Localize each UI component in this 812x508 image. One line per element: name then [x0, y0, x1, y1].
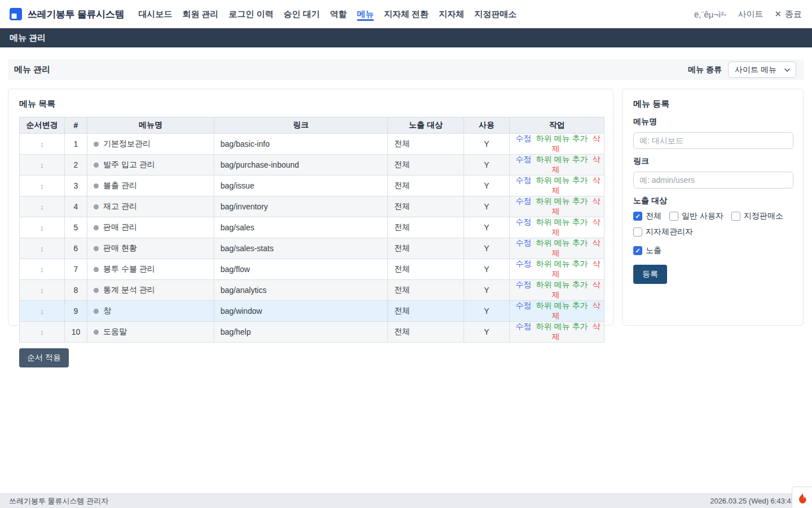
cell-no: 2	[65, 155, 87, 176]
add-submenu-link[interactable]: 하위 메뉴 추가	[536, 259, 588, 268]
cell-actions: 수정하위 메뉴 추가삭제	[510, 238, 604, 259]
table-row[interactable]: ↕3불출 관리bag/issue전체Y수정하위 메뉴 추가삭제	[20, 176, 604, 196]
edit-link[interactable]: 수정	[516, 301, 532, 310]
cell-link: bag/inventory	[214, 196, 388, 217]
table-row[interactable]: ↕9창bag/window전체Y수정하위 메뉴 추가삭제	[20, 301, 604, 322]
app-logo-icon	[9, 7, 23, 21]
menu-name-text: 기본정보관리	[103, 139, 151, 148]
nav-item-3[interactable]: 로그인 이력	[229, 0, 273, 28]
edit-link[interactable]: 수정	[516, 238, 532, 247]
brand[interactable]: 쓰레기봉투 물류시스템	[9, 7, 124, 21]
site-link[interactable]: 사이트	[738, 9, 763, 20]
drag-handle-icon[interactable]: ↕	[40, 328, 44, 336]
add-submenu-link[interactable]: 하위 메뉴 추가	[536, 238, 588, 247]
table-row[interactable]: ↕1기본정보관리bag/basic-info전체Y수정하위 메뉴 추가삭제	[20, 134, 604, 155]
edit-link[interactable]: 수정	[516, 259, 532, 268]
nav-item-9[interactable]: 지정판매소	[474, 0, 517, 28]
cell-name: 창	[87, 301, 214, 322]
menu-link-input[interactable]	[633, 172, 793, 189]
add-submenu-link[interactable]: 하위 메뉴 추가	[536, 301, 588, 310]
quit-button[interactable]: ✕ 종료	[774, 9, 802, 20]
nav-item-1[interactable]: 대시보드	[138, 0, 172, 28]
menu-name-text: 봉투 수불 관리	[103, 264, 155, 273]
drag-handle-icon[interactable]: ↕	[40, 161, 44, 169]
add-submenu-link[interactable]: 하위 메뉴 추가	[536, 217, 588, 226]
column-header: 작업	[510, 117, 604, 134]
nav-item-7[interactable]: 지자체 전환	[384, 0, 429, 28]
cell-order: ↕	[20, 134, 65, 155]
table-row[interactable]: ↕4재고 관리bag/inventory전체Y수정하위 메뉴 추가삭제	[20, 196, 604, 217]
user-name-label: ë,¨êµ¬ì²-	[694, 10, 726, 19]
column-header: #	[65, 117, 87, 134]
menu-name-input[interactable]	[633, 132, 793, 149]
drag-handle-icon[interactable]: ↕	[40, 244, 44, 253]
drag-handle-icon[interactable]: ↕	[40, 224, 44, 232]
menu-bullet-icon	[94, 204, 99, 209]
visible-checkbox[interactable]: 노출	[633, 246, 661, 256]
menu-name-text: 판매 현황	[103, 243, 137, 252]
cell-use: Y	[464, 280, 510, 301]
target-checkbox-4[interactable]: 지자체관리자	[633, 227, 693, 237]
nav-item-4[interactable]: 승인 대기	[284, 0, 320, 28]
checkbox-label: 전체	[646, 211, 661, 221]
checkbox-label: 지정판매소	[744, 211, 783, 221]
cell-no: 8	[65, 280, 87, 301]
cell-link: bag/flow	[214, 259, 388, 280]
debug-toolbar-button[interactable]	[792, 487, 812, 508]
cell-use: Y	[464, 322, 510, 343]
edit-link[interactable]: 수정	[516, 176, 532, 185]
add-submenu-link[interactable]: 하위 메뉴 추가	[536, 155, 588, 164]
column-header: 링크	[214, 117, 388, 134]
target-checkbox-1[interactable]: 전체	[633, 211, 661, 221]
nav-item-8[interactable]: 지자체	[439, 0, 464, 28]
nav-item-6[interactable]: 메뉴	[357, 0, 374, 28]
cell-no: 10	[65, 322, 87, 343]
app-title: 쓰레기봉투 물류시스템	[28, 8, 124, 21]
table-row[interactable]: ↕2발주 입고 관리bag/purchase-inbound전체Y수정하위 메뉴…	[20, 155, 604, 176]
menu-type-value: 사이트 메뉴	[735, 65, 776, 75]
drag-handle-icon[interactable]: ↕	[40, 140, 44, 148]
column-header: 메뉴명	[87, 117, 214, 134]
add-submenu-link[interactable]: 하위 메뉴 추가	[536, 176, 588, 185]
cell-actions: 수정하위 메뉴 추가삭제	[510, 301, 604, 322]
menu-bullet-icon	[94, 183, 99, 189]
add-submenu-link[interactable]: 하위 메뉴 추가	[536, 134, 588, 143]
edit-link[interactable]: 수정	[516, 155, 532, 164]
drag-handle-icon[interactable]: ↕	[40, 203, 44, 211]
target-label: 노출 대상	[633, 196, 792, 206]
add-submenu-link[interactable]: 하위 메뉴 추가	[536, 196, 588, 205]
nav-item-2[interactable]: 회원 관리	[182, 0, 218, 28]
drag-handle-icon[interactable]: ↕	[40, 307, 44, 316]
apply-order-button[interactable]: 순서 적용	[19, 348, 69, 367]
drag-handle-icon[interactable]: ↕	[40, 286, 44, 295]
drag-handle-icon[interactable]: ↕	[40, 182, 44, 190]
close-icon: ✕	[774, 9, 782, 19]
table-row[interactable]: ↕6판매 현황bag/sales-stats전체Y수정하위 메뉴 추가삭제	[20, 238, 604, 259]
edit-link[interactable]: 수정	[516, 280, 532, 289]
menu-bullet-icon	[94, 225, 99, 230]
checkbox-unchecked-icon	[669, 212, 678, 221]
submit-button[interactable]: 등록	[633, 265, 667, 284]
cell-use: Y	[464, 238, 510, 259]
menu-type-select[interactable]: 사이트 메뉴	[728, 62, 796, 78]
add-submenu-link[interactable]: 하위 메뉴 추가	[536, 280, 588, 289]
edit-link[interactable]: 수정	[516, 322, 532, 331]
section-title: 메뉴 관리	[14, 64, 50, 75]
cell-use: Y	[464, 196, 510, 217]
target-checkbox-2[interactable]: 일반 사용자	[669, 211, 723, 221]
cell-target: 전체	[388, 196, 464, 217]
add-submenu-link[interactable]: 하위 메뉴 추가	[536, 322, 588, 331]
edit-link[interactable]: 수정	[516, 134, 532, 143]
edit-link[interactable]: 수정	[516, 196, 532, 205]
nav-item-5[interactable]: 역할	[330, 0, 347, 28]
target-checkbox-3[interactable]: 지정판매소	[731, 211, 783, 221]
table-row[interactable]: ↕7봉투 수불 관리bag/flow전체Y수정하위 메뉴 추가삭제	[20, 259, 604, 280]
table-row[interactable]: ↕5판매 관리bag/sales전체Y수정하위 메뉴 추가삭제	[20, 217, 604, 238]
table-row[interactable]: ↕10도움말bag/help전체Y수정하위 메뉴 추가삭제	[20, 322, 604, 343]
table-row[interactable]: ↕8통계 분석 관리bag/analytics전체Y수정하위 메뉴 추가삭제	[20, 280, 604, 301]
cell-name: 판매 관리	[87, 217, 214, 238]
edit-link[interactable]: 수정	[516, 217, 532, 226]
footer-datetime: 2026.03.25 (Wed) 6:43:43	[710, 497, 803, 505]
drag-handle-icon[interactable]: ↕	[40, 265, 44, 274]
menu-name-text: 발주 입고 관리	[103, 160, 155, 169]
